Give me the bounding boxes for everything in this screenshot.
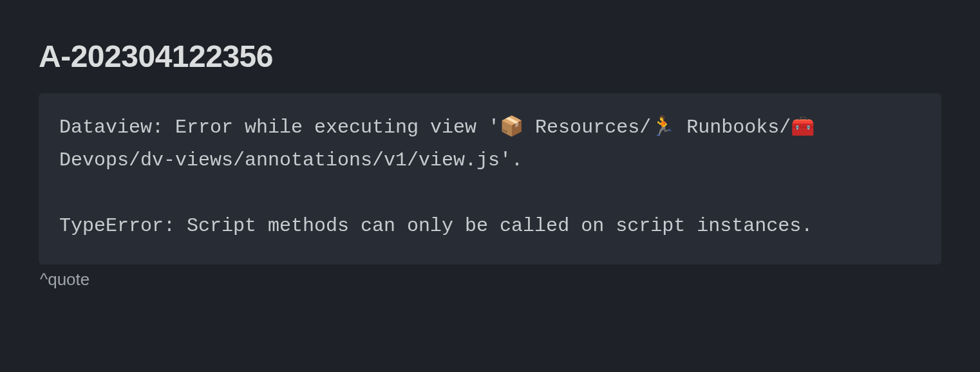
error-line-1: Dataview: Error while executing view '📦 … [59,116,826,171]
page-title: A-202304122356 [39,39,941,74]
error-line-2: TypeError: Script methods can only be ca… [59,215,813,237]
error-code-block: Dataview: Error while executing view '📦 … [39,93,941,265]
block-reference[interactable]: ^quote [39,270,941,290]
